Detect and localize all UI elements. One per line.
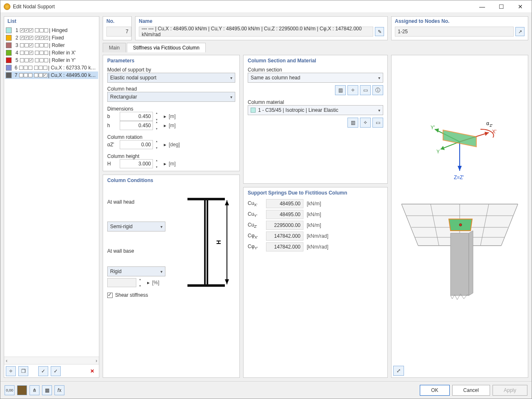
H-spinner[interactable]: ▲▼ (155, 159, 161, 168)
svg-marker-6 (225, 279, 229, 284)
H-input[interactable]: 3.000 (120, 159, 153, 168)
az-label: αZ' (107, 142, 117, 148)
column-head-dropdown[interactable]: Rectangular▾ (107, 92, 235, 102)
section-library-button[interactable]: ▥ (335, 85, 346, 95)
hdim-spinner[interactable]: ▲▼ (155, 121, 161, 130)
check-button-2[interactable]: ✓ (51, 366, 61, 376)
parameters-card: Parameters Model of support by Elastic n… (103, 55, 240, 171)
tab-main[interactable]: Main (103, 43, 126, 52)
az-input[interactable]: 0.00 (120, 140, 153, 149)
list-item[interactable]: 7 | Cu,X : 48495.00 kN/m | … (5, 71, 98, 79)
display-button[interactable]: ▦ (42, 385, 52, 395)
material-library-button[interactable]: ▥ (347, 118, 358, 128)
head-condition-dropdown[interactable]: Semi-rigid▾ (107, 222, 165, 232)
cancel-button[interactable]: Cancel (452, 385, 490, 396)
assigned-label: Assigned to Nodes No. (395, 18, 525, 24)
list-item[interactable]: 1 | Hinged (5, 27, 98, 34)
list-item[interactable]: 6 | Cu,X : 62733.70 kN/m | … (5, 64, 98, 71)
copy-item-button[interactable]: ❐ (18, 366, 28, 376)
list-item[interactable]: 4 | Roller in X' (5, 49, 98, 57)
springs-header: Support Springs Due to Fictitious Column (248, 190, 383, 196)
az-spinner[interactable]: ▲▼ (155, 140, 161, 149)
edit-name-button[interactable]: ✎ (375, 27, 384, 36)
section-card: Column Section and Material Column secti… (243, 55, 388, 184)
horizontal-scrollbar[interactable]: ‹› (4, 357, 99, 364)
fx-button[interactable]: fx (54, 385, 64, 395)
name-value: ▫▫▫ ▫▫▫ | Cu,X : 48495.00 kN/m | Cu,Y : … (139, 27, 373, 37)
list-area[interactable]: 1 | Hinged2 | Fixed3 | Roller4 | Roller … (4, 26, 99, 357)
springs-card: Support Springs Due to Fictitious Column… (243, 187, 388, 378)
material-label: Column material (248, 99, 383, 105)
apply-button[interactable]: Apply (493, 385, 527, 396)
units-button[interactable]: 0,00 (5, 385, 15, 395)
list-item[interactable]: 2 | Fixed (5, 34, 98, 42)
spring-row: CuX'48495.00[kN/m] (248, 199, 383, 208)
section-edit-button[interactable]: ▭ (360, 85, 371, 95)
tab-fictitious[interactable]: Stiffness via Fictitious Column (127, 43, 206, 52)
section-info-button[interactable]: ⓘ (372, 85, 383, 95)
model-button[interactable]: ⋔ (30, 385, 39, 395)
name-box: Name ▫▫▫ ▫▫▫ | Cu,X : 48495.00 kN/m | Cu… (135, 16, 388, 40)
shear-stiffness-checkbox[interactable] (107, 293, 113, 298)
hdim-input[interactable]: 0.450 (120, 121, 153, 130)
model-label: Model of support by (107, 67, 235, 73)
spring-value: 48495.00 (266, 199, 303, 208)
no-value: 7 (106, 27, 131, 37)
spring-row: CφY'147842.000[kNm/rad] (248, 242, 383, 251)
spring-row: CuY'48495.00[kN/m] (248, 210, 383, 219)
svg-text:Z': Z' (490, 123, 493, 128)
pick-nodes-button[interactable]: ↗ (515, 27, 525, 36)
svg-text:Z=Z': Z=Z' (454, 175, 464, 180)
section-new-button[interactable]: ✧ (347, 85, 358, 95)
section-dropdown[interactable]: Same as column head▾ (248, 73, 383, 83)
at-base-label: At wall base (107, 248, 177, 254)
shear-stiffness-label: Shear stiffness (115, 292, 148, 298)
view-options-button[interactable]: ⤢ (393, 366, 404, 376)
dimensions-label: Dimensions (107, 106, 235, 112)
preview-3d[interactable]: X' Y' Y Z=Z' αZ' (391, 55, 528, 378)
maximize-button[interactable]: ☐ (492, 1, 511, 12)
new-item-button[interactable]: ✧ (6, 366, 16, 376)
spring-value: 147842.000 (266, 242, 303, 251)
material-new-button[interactable]: ✧ (360, 118, 371, 128)
hdim-label: h (107, 123, 117, 128)
material-dropdown[interactable]: 1 - C35/45 | Isotropic | Linear Elastic▾ (248, 105, 383, 115)
spring-label: CuX' (248, 200, 263, 207)
color-button[interactable] (17, 385, 27, 395)
ok-button[interactable]: OK (420, 385, 449, 396)
spring-label: CφY' (248, 244, 263, 250)
color-swatch (6, 27, 12, 33)
b-spinner[interactable]: ▲▼ (155, 112, 161, 121)
svg-marker-5 (225, 200, 229, 205)
svg-text:X': X' (492, 129, 496, 135)
base-condition-dropdown[interactable]: Rigid▾ (107, 266, 165, 276)
at-head-label: At wall head (107, 199, 177, 205)
svg-text:Y': Y' (431, 125, 435, 131)
svg-text:H: H (215, 240, 222, 244)
svg-marker-15 (458, 166, 462, 171)
list-item[interactable]: 5 | Roller in Y' (5, 57, 98, 64)
material-edit-button[interactable]: ▭ (372, 118, 383, 128)
list-item[interactable]: 3 | Roller (5, 42, 98, 49)
b-label: b (107, 113, 117, 119)
section-label: Column section (248, 67, 383, 73)
assigned-box: Assigned to Nodes No. 1-25 ↗ (391, 16, 528, 40)
b-input[interactable]: 0.450 (120, 112, 153, 121)
conditions-card: Column Conditions At wall head Semi-rigi… (103, 175, 240, 378)
close-button[interactable]: ✕ (511, 1, 530, 12)
conditions-header: Column Conditions (107, 177, 235, 183)
check-button-1[interactable]: ✓ (38, 366, 48, 376)
delete-button[interactable]: ✕ (87, 366, 97, 376)
height-label: Column height (107, 153, 235, 159)
spring-row: CuZ'2295000.00[kN/m] (248, 221, 383, 230)
svg-marker-11 (435, 128, 439, 133)
svg-rect-0 (187, 198, 225, 200)
spring-label: CφX' (248, 233, 263, 239)
titlebar: Edit Nodal Support — ☐ ✕ (0, 0, 532, 13)
model-dropdown[interactable]: Elastic nodal support▾ (107, 73, 235, 83)
assigned-value[interactable]: 1-25 (395, 27, 514, 37)
no-label: No. (106, 18, 128, 24)
spring-value: 48495.00 (266, 210, 303, 219)
spring-value: 2295000.00 (266, 221, 303, 230)
minimize-button[interactable]: — (473, 1, 492, 12)
